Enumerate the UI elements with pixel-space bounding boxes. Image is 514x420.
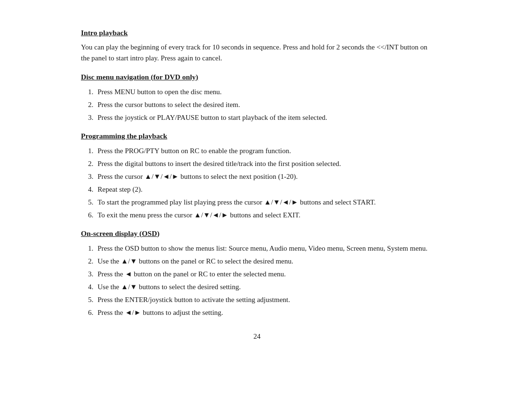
section-intro-playback: Intro playback You can play the beginnin… [81, 29, 433, 64]
list-item: Use the ▲/▼ buttons to select the desire… [95, 281, 433, 293]
list-item: Press the joystick or PLAY/PAUSE button … [95, 112, 433, 123]
list-item: To exit the menu press the cursor ▲/▼/◄/… [95, 209, 433, 221]
section-programming-playback: Programming the playback Press the PROG/… [81, 132, 433, 221]
page-container: Intro playback You can play the beginnin… [71, 0, 443, 360]
programming-playback-heading: Programming the playback [81, 132, 433, 140]
osd-list: Press the OSD button to show the menus l… [95, 243, 433, 318]
disc-menu-heading: Disc menu navigation (for DVD only) [81, 73, 433, 81]
intro-playback-paragraph: You can play the beginning of every trac… [81, 42, 433, 64]
list-item: Press MENU button to open the disc menu. [95, 86, 433, 98]
disc-menu-list: Press MENU button to open the disc menu.… [95, 86, 433, 123]
intro-playback-heading: Intro playback [81, 29, 433, 37]
list-item: Press the ◄ button on the panel or RC to… [95, 268, 433, 280]
section-osd: On-screen display (OSD) Press the OSD bu… [81, 229, 433, 318]
list-item: Use the ▲/▼ buttons on the panel or RC t… [95, 255, 433, 267]
list-item: Press the ENTER/joystick button to activ… [95, 294, 433, 305]
list-item: Press the cursor ▲/▼/◄/► buttons to sele… [95, 171, 433, 182]
list-item: Press the cursor buttons to select the d… [95, 99, 433, 110]
list-item: Press the digital buttons to insert the … [95, 158, 433, 169]
osd-heading: On-screen display (OSD) [81, 229, 433, 238]
programming-playback-list: Press the PROG/PTY button on RC to enabl… [95, 145, 433, 221]
list-item: Press the PROG/PTY button on RC to enabl… [95, 145, 433, 156]
page-number: 24 [81, 332, 433, 341]
list-item: Repeat step (2). [95, 184, 433, 195]
section-disc-menu: Disc menu navigation (for DVD only) Pres… [81, 73, 433, 123]
list-item: Press the ◄/► buttons to adjust the sett… [95, 307, 433, 318]
list-item: Press the OSD button to show the menus l… [95, 243, 433, 254]
list-item: To start the programmed play list playin… [95, 196, 433, 208]
